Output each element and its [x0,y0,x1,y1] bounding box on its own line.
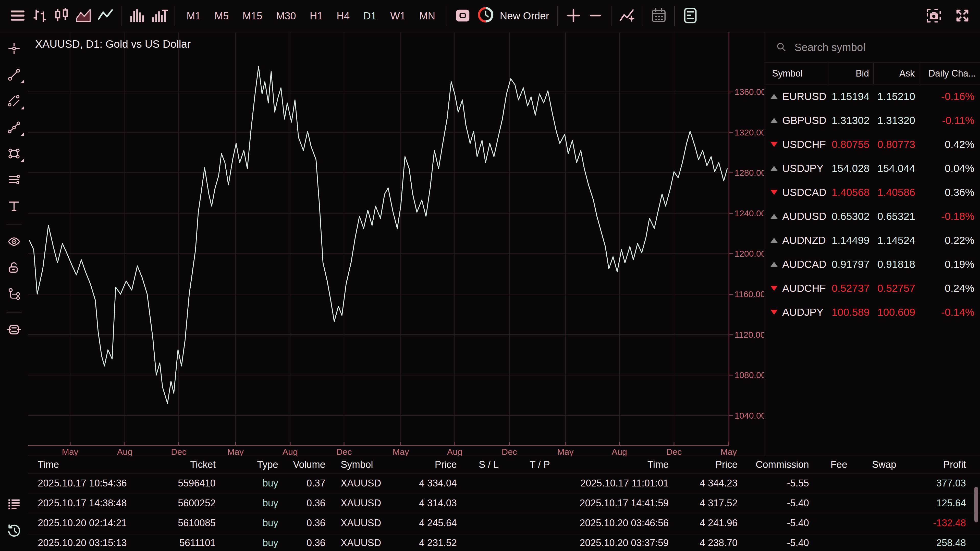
history-column-header[interactable]: Profit [896,459,980,470]
column-header-daily-change[interactable]: Daily Cha... [919,63,980,84]
tool-calendar-button[interactable] [648,4,670,28]
history-column-header[interactable]: Price [390,459,457,470]
price-tick-label: 1160.00 [735,289,765,299]
panel-orders-list-button[interactable] [3,495,25,514]
tool-crosshair-button[interactable] [3,39,25,59]
history-rows: 2025.10.17 10:54:365596410buy0.37XAUUSD4… [28,473,980,551]
history-column-header[interactable]: Price [669,459,738,470]
time-tick-mark [178,442,179,446]
toolbar-divider [674,6,675,26]
time-axis[interactable]: MayAugDecMayAugDecMayAugDecMayAugDecMay [28,445,729,456]
chart-window-icon [454,6,472,25]
chart-type-chart-line-button[interactable] [94,4,116,28]
symbol-search[interactable] [764,32,980,62]
journal-icon [681,6,699,25]
search-input[interactable] [794,41,938,54]
tool-eye-button[interactable] [3,232,25,251]
menu-button[interactable] [6,4,29,28]
toolbar-right-group [923,4,974,28]
market-watch-row-audjpy[interactable]: AUDJPY100.589100.609-0.14% [764,300,980,324]
fib-lines-icon [6,172,21,188]
timeframe-m30[interactable]: M30 [269,4,303,28]
tool-trendline-button[interactable] [3,65,25,85]
new-order-button[interactable]: New Order [474,6,552,25]
history-row-ticket-5596410[interactable]: 2025.10.17 10:54:365596410buy0.37XAUUSD4… [28,473,980,493]
price-axis[interactable]: 1360.001320.001280.001240.001200.001160.… [729,32,764,445]
chart-area[interactable]: XAUUSD, D1: Gold vs US Dollar [28,32,729,445]
toolbar-fullscreen-button[interactable] [951,4,974,28]
history-column-header[interactable]: Fee [809,459,847,470]
tool-indicators-button[interactable] [616,4,638,28]
history-column-header[interactable]: S / L [457,459,520,470]
history-column-header[interactable]: Type [216,459,278,470]
history-column-header[interactable]: Swap [847,459,896,470]
volume-volume-ticks-button[interactable] [148,4,170,28]
tool-shapes-button[interactable] [3,144,25,164]
history-cell-type: buy [216,498,278,509]
column-header-ask[interactable]: Ask [873,63,919,84]
symbol-name: EURUSD [782,91,826,103]
tool-lock-button[interactable] [3,259,25,278]
history-cell-time: 2025.10.20 02:14:21 [28,518,143,529]
panel-history-button[interactable] [3,521,25,540]
volume-ticks-icon [150,6,168,25]
tool-fib-lines-button[interactable] [3,170,25,190]
chart-type-chart-candles-button[interactable] [51,4,73,28]
market-watch-row-usdjpy[interactable]: USDJPY154.028154.0440.04% [764,156,980,180]
timeframe-mn[interactable]: MN [412,4,442,28]
history-column-header[interactable]: Ticket [143,459,216,470]
history-scrollbar[interactable] [974,487,978,522]
history-cell-price: 4 314.03 [390,498,457,509]
market-watch-row-gbpusd[interactable]: GBPUSD1.313021.31320-0.11% [764,108,980,132]
history-row-ticket-5610085[interactable]: 2025.10.20 02:14:215610085buy0.36XAUUSD4… [28,513,980,533]
history-column-header[interactable]: Volume [278,459,325,470]
volume-volume-bars-button[interactable] [126,4,148,28]
history-column-header[interactable]: Commission [738,459,809,470]
market-watch-row-audnzd[interactable]: AUDNZD1.144991.145240.22% [764,228,980,252]
timeframe-w1[interactable]: W1 [383,4,412,28]
history-cell-symbol: XAUUSD [325,478,390,489]
history-column-header[interactable]: T / P [520,459,559,470]
polyline-icon [6,120,21,135]
timeframe-d1[interactable]: D1 [356,4,383,28]
history-row-ticket-5600252[interactable]: 2025.10.17 14:38:485600252buy0.36XAUUSD4… [28,493,980,513]
timeframe-h1[interactable]: H1 [303,4,330,28]
timeframe-m15[interactable]: M15 [235,4,269,28]
market-watch-row-audchf[interactable]: AUDCHF0.527370.527570.24% [764,276,980,300]
tool-journal-button[interactable] [679,4,701,28]
chart-window-button[interactable] [452,4,474,28]
eye-icon [6,234,21,250]
history-cell-time: 2025.10.17 10:54:36 [28,478,143,489]
market-watch-row-audusd[interactable]: AUDUSD0.653020.65321-0.18% [764,204,980,228]
timeframe-h4[interactable]: H4 [330,4,356,28]
tool-polyline-button[interactable] [3,118,25,137]
chart-type-chart-area-button[interactable] [73,4,94,28]
lock-icon [6,260,21,276]
history-column-header[interactable]: Symbol [325,459,390,470]
market-watch-row-eurusd[interactable]: EURUSD1.151941.15210-0.16% [764,84,980,108]
chart-type-chart-bars-button[interactable] [29,4,51,28]
market-watch-row-usdcad[interactable]: USDCAD1.405681.405860.36% [764,180,980,204]
toolbar-screenshot-button[interactable] [923,4,945,28]
tool-delete-objects-button[interactable] [3,320,25,340]
symbol-name: AUDCHF [782,283,826,294]
zoom-zoom-in-button[interactable] [563,4,584,28]
price-tick-label: 1320.00 [735,127,766,138]
history-column-header[interactable]: Time [559,459,669,470]
bid-value: 0.65302 [828,210,873,222]
market-watch-row-audcad[interactable]: AUDCAD0.917970.918180.19% [764,252,980,276]
history-cell-price: 4 334.04 [390,478,457,489]
market-watch-row-usdchf[interactable]: USDCHF0.807550.807730.42% [764,132,980,156]
column-header-bid[interactable]: Bid [828,63,873,84]
column-header-symbol[interactable]: Symbol [764,63,828,84]
history-row-ticket-5611101[interactable]: 2025.10.20 03:15:135611101buy0.36XAUUSD4… [28,533,980,551]
zoom-zoom-out-button[interactable] [584,4,606,28]
tool-channel-button[interactable] [3,92,25,111]
tool-text-button[interactable] [3,197,25,216]
timeframe-m5[interactable]: M5 [208,4,236,28]
timeframe-m1[interactable]: M1 [180,4,208,28]
history-column-header[interactable]: Time [28,459,143,470]
bid-value: 0.91797 [828,259,873,270]
text-icon [6,199,21,214]
tool-object-tree-button[interactable] [3,285,25,304]
